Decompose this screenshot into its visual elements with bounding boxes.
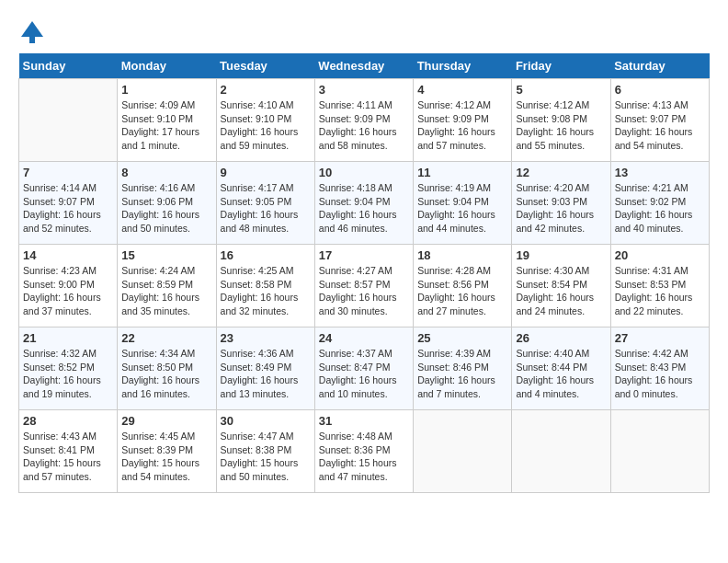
day-number: 11 [417, 166, 507, 179]
day-header-sunday: Sunday [19, 53, 118, 79]
calendar-cell: 4Sunrise: 4:12 AM Sunset: 9:09 PM Daylig… [414, 79, 512, 162]
day-number: 21 [23, 331, 113, 345]
day-number: 29 [121, 414, 211, 428]
page-header [18, 18, 710, 46]
calendar-cell: 17Sunrise: 4:27 AM Sunset: 8:57 PM Dayli… [314, 245, 413, 327]
day-info: Sunrise: 4:11 AM Sunset: 9:09 PM Dayligh… [319, 98, 409, 153]
day-info: Sunrise: 4:28 AM Sunset: 8:56 PM Dayligh… [417, 264, 507, 318]
day-number: 2 [221, 83, 311, 97]
day-info: Sunrise: 4:25 AM Sunset: 8:58 PM Dayligh… [221, 264, 311, 318]
day-number: 12 [516, 166, 606, 179]
day-info: Sunrise: 4:23 AM Sunset: 9:00 PM Dayligh… [23, 264, 113, 318]
day-number: 27 [615, 331, 705, 345]
day-header-wednesday: Wednesday [314, 53, 413, 79]
day-number: 16 [221, 248, 311, 262]
calendar-cell: 21Sunrise: 4:32 AM Sunset: 8:52 PM Dayli… [19, 327, 118, 410]
day-info: Sunrise: 4:47 AM Sunset: 8:38 PM Dayligh… [221, 430, 311, 484]
day-number: 23 [221, 331, 311, 345]
calendar-cell: 18Sunrise: 4:28 AM Sunset: 8:56 PM Dayli… [414, 245, 512, 327]
calendar-table: SundayMondayTuesdayWednesdayThursdayFrid… [18, 53, 710, 493]
day-info: Sunrise: 4:39 AM Sunset: 8:46 PM Dayligh… [417, 347, 507, 401]
calendar-cell: 13Sunrise: 4:21 AM Sunset: 9:02 PM Dayli… [610, 162, 709, 245]
day-info: Sunrise: 4:09 AM Sunset: 9:10 PM Dayligh… [121, 98, 211, 153]
day-number: 6 [615, 83, 705, 97]
calendar-cell: 1Sunrise: 4:09 AM Sunset: 9:10 PM Daylig… [118, 79, 216, 162]
day-number: 30 [221, 414, 311, 428]
calendar-cell: 14Sunrise: 4:23 AM Sunset: 9:00 PM Dayli… [19, 245, 118, 327]
calendar-cell: 8Sunrise: 4:16 AM Sunset: 9:06 PM Daylig… [118, 162, 216, 245]
day-number: 8 [121, 166, 211, 179]
calendar-cell: 2Sunrise: 4:10 AM Sunset: 9:10 PM Daylig… [216, 79, 314, 162]
day-number: 20 [615, 248, 705, 262]
svg-marker-0 [21, 21, 43, 37]
day-info: Sunrise: 4:36 AM Sunset: 8:49 PM Dayligh… [221, 347, 311, 401]
day-info: Sunrise: 4:32 AM Sunset: 8:52 PM Dayligh… [23, 347, 113, 401]
svg-rect-1 [29, 37, 35, 43]
day-info: Sunrise: 4:24 AM Sunset: 8:59 PM Dayligh… [121, 264, 211, 318]
calendar-cell: 5Sunrise: 4:12 AM Sunset: 9:08 PM Daylig… [512, 79, 610, 162]
day-number: 3 [319, 83, 409, 97]
day-number: 25 [417, 331, 507, 345]
calendar-cell: 25Sunrise: 4:39 AM Sunset: 8:46 PM Dayli… [414, 327, 512, 410]
calendar-cell [512, 410, 610, 493]
day-number: 7 [23, 166, 113, 179]
logo [18, 18, 50, 46]
calendar-cell: 28Sunrise: 4:43 AM Sunset: 8:41 PM Dayli… [19, 410, 118, 493]
day-info: Sunrise: 4:20 AM Sunset: 9:03 PM Dayligh… [516, 181, 606, 236]
calendar-cell: 15Sunrise: 4:24 AM Sunset: 8:59 PM Dayli… [118, 245, 216, 327]
day-info: Sunrise: 4:10 AM Sunset: 9:10 PM Dayligh… [221, 98, 311, 153]
calendar-week-4: 21Sunrise: 4:32 AM Sunset: 8:52 PM Dayli… [19, 327, 710, 410]
calendar-week-5: 28Sunrise: 4:43 AM Sunset: 8:41 PM Dayli… [19, 410, 710, 493]
day-info: Sunrise: 4:12 AM Sunset: 9:08 PM Dayligh… [516, 98, 606, 153]
day-header-monday: Monday [118, 53, 216, 79]
day-info: Sunrise: 4:16 AM Sunset: 9:06 PM Dayligh… [121, 181, 211, 236]
day-number: 24 [319, 331, 409, 345]
calendar-week-3: 14Sunrise: 4:23 AM Sunset: 9:00 PM Dayli… [19, 245, 710, 327]
calendar-cell: 12Sunrise: 4:20 AM Sunset: 9:03 PM Dayli… [512, 162, 610, 245]
day-number: 31 [319, 414, 409, 428]
calendar-cell: 26Sunrise: 4:40 AM Sunset: 8:44 PM Dayli… [512, 327, 610, 410]
calendar-week-2: 7Sunrise: 4:14 AM Sunset: 9:07 PM Daylig… [19, 162, 710, 245]
calendar-cell: 30Sunrise: 4:47 AM Sunset: 8:38 PM Dayli… [216, 410, 314, 493]
day-number: 15 [121, 248, 211, 262]
calendar-cell [610, 410, 709, 493]
calendar-cell: 3Sunrise: 4:11 AM Sunset: 9:09 PM Daylig… [314, 79, 413, 162]
calendar-cell: 16Sunrise: 4:25 AM Sunset: 8:58 PM Dayli… [216, 245, 314, 327]
day-info: Sunrise: 4:13 AM Sunset: 9:07 PM Dayligh… [615, 98, 705, 153]
calendar-cell: 24Sunrise: 4:37 AM Sunset: 8:47 PM Dayli… [314, 327, 413, 410]
calendar-cell: 7Sunrise: 4:14 AM Sunset: 9:07 PM Daylig… [19, 162, 118, 245]
calendar-cell: 11Sunrise: 4:19 AM Sunset: 9:04 PM Dayli… [414, 162, 512, 245]
day-number: 5 [516, 83, 606, 97]
day-info: Sunrise: 4:37 AM Sunset: 8:47 PM Dayligh… [319, 347, 409, 401]
calendar-cell: 29Sunrise: 4:45 AM Sunset: 8:39 PM Dayli… [118, 410, 216, 493]
day-number: 17 [319, 248, 409, 262]
day-info: Sunrise: 4:17 AM Sunset: 9:05 PM Dayligh… [221, 181, 311, 236]
day-number: 1 [121, 83, 211, 97]
calendar-cell: 19Sunrise: 4:30 AM Sunset: 8:54 PM Dayli… [512, 245, 610, 327]
day-number: 10 [319, 166, 409, 179]
calendar-cell: 27Sunrise: 4:42 AM Sunset: 8:43 PM Dayli… [610, 327, 709, 410]
day-info: Sunrise: 4:19 AM Sunset: 9:04 PM Dayligh… [417, 181, 507, 236]
day-info: Sunrise: 4:31 AM Sunset: 8:53 PM Dayligh… [615, 264, 705, 318]
calendar-cell [19, 79, 118, 162]
day-header-friday: Friday [512, 53, 610, 79]
day-number: 4 [417, 83, 507, 97]
day-header-thursday: Thursday [414, 53, 512, 79]
day-info: Sunrise: 4:48 AM Sunset: 8:36 PM Dayligh… [319, 430, 409, 484]
day-number: 19 [516, 248, 606, 262]
day-info: Sunrise: 4:18 AM Sunset: 9:04 PM Dayligh… [319, 181, 409, 236]
day-number: 9 [221, 166, 311, 179]
day-number: 13 [615, 166, 705, 179]
calendar-cell: 23Sunrise: 4:36 AM Sunset: 8:49 PM Dayli… [216, 327, 314, 410]
day-info: Sunrise: 4:34 AM Sunset: 8:50 PM Dayligh… [121, 347, 211, 401]
day-number: 28 [23, 414, 113, 428]
day-header-saturday: Saturday [610, 53, 709, 79]
day-info: Sunrise: 4:12 AM Sunset: 9:09 PM Dayligh… [417, 98, 507, 153]
day-number: 18 [417, 248, 507, 262]
day-info: Sunrise: 4:14 AM Sunset: 9:07 PM Dayligh… [23, 181, 113, 236]
calendar-cell: 9Sunrise: 4:17 AM Sunset: 9:05 PM Daylig… [216, 162, 314, 245]
day-header-tuesday: Tuesday [216, 53, 314, 79]
day-number: 22 [121, 331, 211, 345]
day-info: Sunrise: 4:42 AM Sunset: 8:43 PM Dayligh… [615, 347, 705, 401]
day-info: Sunrise: 4:43 AM Sunset: 8:41 PM Dayligh… [23, 430, 113, 484]
